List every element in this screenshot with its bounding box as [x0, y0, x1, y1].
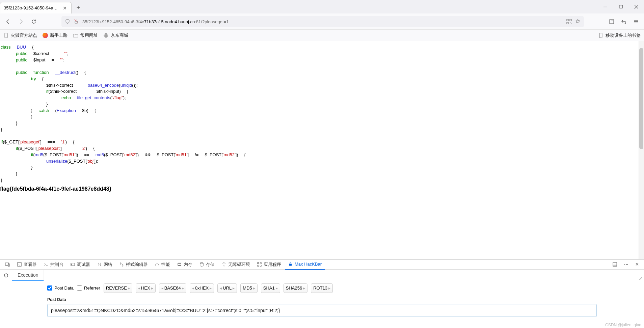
- memory-icon: [177, 262, 182, 267]
- bookmark-item[interactable]: 京东商城: [103, 32, 128, 38]
- firefox-icon: [43, 33, 48, 38]
- resize-grip-icon: [639, 276, 643, 280]
- shield-icon: [65, 19, 70, 24]
- sha1-button[interactable]: SHA1▸: [261, 283, 280, 293]
- svg-point-13: [600, 37, 601, 37]
- screenshot-icon[interactable]: [606, 16, 617, 27]
- tab-title: 35f2123b-9152-4850-94a6-3f4c71b37a15: [4, 5, 59, 10]
- devtools-tab-bar: 查看器 控制台 调试器 网络 样式编辑器 性能 内存 存储 无障碍环境 应用程序…: [0, 259, 644, 270]
- style-icon: [119, 262, 124, 267]
- bookmarks-bar: 火狐官方站点 新手上路 常用网址 京东商城 移动设备上的书签: [0, 30, 644, 41]
- menu-icon[interactable]: [630, 16, 641, 27]
- tab-network[interactable]: 网络: [94, 259, 115, 270]
- page-body: class BUU { public $correct = ""; public…: [0, 41, 644, 259]
- tab-memory[interactable]: 内存: [174, 259, 195, 270]
- md5-button[interactable]: MD5▸: [240, 283, 257, 293]
- svg-rect-4: [570, 19, 571, 21]
- post-data-input[interactable]: [47, 304, 597, 317]
- new-tab-button[interactable]: +: [74, 2, 83, 13]
- svg-point-10: [6, 37, 6, 37]
- svg-rect-0: [619, 5, 622, 8]
- dock-icon[interactable]: [609, 259, 620, 270]
- app-icon: [257, 262, 262, 267]
- encoder-row: Post Data Referrer REVERSE▸ ◂HEX▸ ◂BASE6…: [0, 281, 644, 295]
- sha256-button[interactable]: SHA256▸: [284, 283, 307, 293]
- svg-rect-18: [178, 264, 181, 266]
- post-data-checkbox[interactable]: Post Data: [47, 285, 74, 291]
- maximize-icon[interactable]: [613, 0, 628, 13]
- url-bar[interactable]: 35f2123b-9152-4850-94a6-3f4c71b37a15.nod…: [61, 16, 584, 27]
- bookmark-item[interactable]: 火狐官方站点: [3, 32, 37, 38]
- tab-application[interactable]: 应用程序: [254, 259, 284, 270]
- bookmark-item[interactable]: 新手上路: [43, 32, 68, 38]
- svg-rect-21: [258, 263, 259, 264]
- rot13-button[interactable]: ROT13▸: [311, 283, 333, 293]
- tab-accessibility[interactable]: 无障碍环境: [218, 259, 253, 270]
- tab-console[interactable]: 控制台: [41, 259, 66, 270]
- responsive-mode-icon[interactable]: [2, 259, 13, 270]
- qr-icon[interactable]: [566, 19, 572, 24]
- execution-input[interactable]: [44, 270, 644, 281]
- tab-storage[interactable]: 存储: [196, 259, 218, 270]
- reload-button[interactable]: [28, 16, 39, 27]
- inspector-icon: [17, 262, 22, 267]
- bookmark-item[interactable]: 常用网址: [73, 32, 98, 38]
- url-button[interactable]: ◂URL▸: [217, 283, 237, 293]
- lock-icon: [288, 262, 293, 267]
- tab-debugger[interactable]: 调试器: [67, 259, 93, 270]
- svg-point-19: [200, 263, 203, 264]
- ohex-button[interactable]: ◂0xHEX▸: [190, 283, 214, 293]
- svg-point-20: [223, 262, 224, 263]
- lock-strike-icon: [74, 19, 79, 24]
- a11y-icon: [221, 262, 226, 267]
- page-scrollbar[interactable]: [639, 41, 644, 259]
- tab-close-icon[interactable]: ✕: [62, 5, 68, 11]
- tab-style-editor[interactable]: 样式编辑器: [116, 259, 151, 270]
- url-text: 35f2123b-9152-4850-94a6-3f4c71b37a15.nod…: [82, 19, 563, 24]
- referrer-checkbox[interactable]: Referrer: [77, 285, 100, 291]
- watermark: CSDN @julien_qiao: [605, 323, 641, 327]
- mobile-icon: [598, 33, 603, 38]
- execution-tab[interactable]: Execution: [12, 270, 44, 281]
- mobile-icon: [3, 33, 9, 38]
- globe-icon: [103, 33, 109, 38]
- debugger-icon: [70, 262, 75, 267]
- svg-rect-3: [567, 19, 568, 21]
- base64-button[interactable]: ◂BASE64▸: [159, 283, 186, 293]
- devtools-more-icon[interactable]: ⋯: [621, 259, 632, 270]
- forward-button[interactable]: [16, 16, 26, 27]
- tab-performance[interactable]: 性能: [152, 259, 173, 270]
- browser-tab[interactable]: 35f2123b-9152-4850-94a6-3f4c71b37a15 ✕: [0, 2, 72, 13]
- hackbar-reload-icon[interactable]: [0, 273, 12, 278]
- svg-rect-8: [610, 20, 614, 24]
- folder-icon: [73, 33, 78, 38]
- post-data-label: Post Data: [47, 297, 597, 302]
- nav-toolbar: 35f2123b-9152-4850-94a6-3f4c71b37a15.nod…: [0, 13, 644, 30]
- hex-button[interactable]: ◂HEX▸: [136, 283, 156, 293]
- bookmark-star-icon[interactable]: [575, 19, 581, 24]
- devtools-close-icon[interactable]: ✕: [632, 259, 642, 270]
- svg-rect-22: [260, 263, 261, 264]
- window-controls: [597, 0, 644, 13]
- tab-strip: 35f2123b-9152-4850-94a6-3f4c71b37a15 ✕ +: [0, 0, 644, 13]
- svg-rect-16: [18, 263, 21, 266]
- devtools-panel: 查看器 控制台 调试器 网络 样式编辑器 性能 内存 存储 无障碍环境 应用程序…: [0, 259, 644, 328]
- svg-rect-7: [571, 23, 571, 24]
- storage-icon: [199, 262, 204, 267]
- svg-rect-25: [289, 264, 292, 266]
- minimize-icon[interactable]: [597, 0, 613, 13]
- back-button[interactable]: [3, 16, 14, 27]
- close-icon[interactable]: [628, 0, 644, 13]
- reverse-button[interactable]: REVERSE▸: [104, 283, 132, 293]
- mobile-bookmarks[interactable]: 移动设备上的书签: [598, 32, 641, 38]
- svg-rect-24: [260, 265, 261, 266]
- undo-icon[interactable]: [618, 16, 629, 27]
- svg-rect-1: [620, 5, 623, 8]
- svg-rect-6: [570, 22, 570, 23]
- console-icon: [44, 262, 49, 267]
- flag-output: flag{fde5fbda-6f4a-4f1c-9fef-ae1987e8dd4…: [0, 184, 643, 192]
- php-source-code: class BUU { public $correct = ""; public…: [0, 45, 643, 184]
- tab-inspector[interactable]: 查看器: [14, 259, 40, 270]
- tab-hackbar[interactable]: Max HacKBar: [285, 259, 325, 270]
- svg-rect-27: [613, 265, 617, 266]
